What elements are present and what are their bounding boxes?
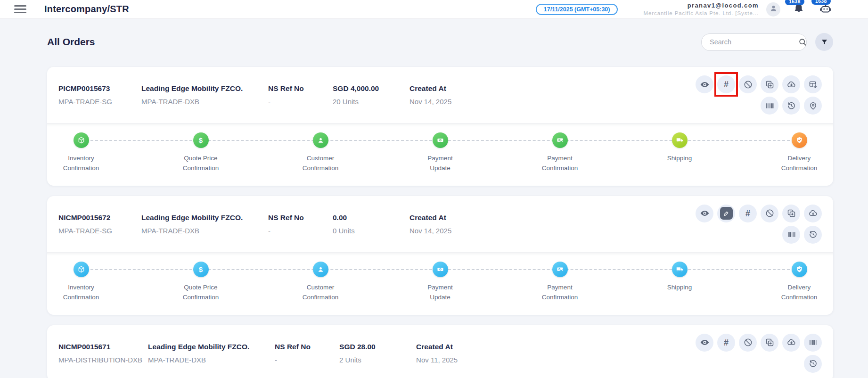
counterparty-column: Leading Edge Mobility FZCO. MPA-TRADE-DX…: [148, 343, 275, 364]
order-card: PICMP0015673 MPA-TRADE-SG Leading Edge M…: [47, 67, 833, 186]
download-button[interactable]: [782, 75, 800, 93]
edit-button[interactable]: [717, 205, 735, 222]
step-customer-confirmation[interactable]: Customer Confirmation: [298, 132, 343, 173]
amount-column: SGD 28.00 2 Units: [339, 343, 416, 364]
destination-entity: MPA-TRADE-DXB: [141, 98, 262, 106]
assistant-button[interactable]: 1638: [819, 2, 832, 17]
search-box[interactable]: [701, 33, 807, 51]
main-content: All Orders PICMP0015673 MPA-TRADE-SG Lea…: [0, 19, 868, 378]
hash-button[interactable]: #: [717, 75, 735, 93]
duplicate-icon: [765, 80, 775, 90]
page-title: Intercompany/STR: [44, 4, 129, 15]
profile-button[interactable]: [766, 2, 780, 16]
step-payment-confirmation[interactable]: Payment Confirmation: [537, 132, 582, 173]
inventory-icon: [74, 262, 89, 277]
notifications-button[interactable]: 1638: [793, 2, 805, 16]
order-number-column: PICMP0015673 MPA-TRADE-SG: [58, 84, 141, 106]
ns-ref-column: NS Ref No -: [268, 214, 333, 235]
shield-check-icon: [792, 262, 807, 277]
step-quote-price-confirmation[interactable]: $ Quote Price Confirmation: [178, 262, 223, 303]
cancel-button[interactable]: [739, 334, 757, 352]
order-actions: #: [696, 205, 822, 244]
created-at-label: Created At: [409, 214, 451, 222]
history-button[interactable]: [804, 226, 822, 244]
ns-ref-label: NS Ref No: [268, 84, 327, 93]
truck-icon: [672, 132, 688, 148]
cloud-download-icon: [808, 208, 818, 218]
step-shipping[interactable]: Shipping: [657, 132, 702, 173]
order-card: NICMP0015672 MPA-TRADE-SG Leading Edge M…: [47, 196, 833, 315]
hash-button[interactable]: #: [717, 334, 735, 352]
edit-icon: [723, 210, 729, 217]
destination-entity: MPA-TRADE-DXB: [148, 356, 269, 364]
view-icon: [700, 208, 710, 218]
ns-ref-value: -: [268, 227, 327, 235]
duplicate-button[interactable]: [782, 205, 800, 222]
date-timezone-pill[interactable]: 17/11/2025 (GMT+05:30): [536, 4, 618, 15]
counterparty-column: Leading Edge Mobility FZCO. MPA-TRADE-DX…: [141, 214, 268, 235]
order-number: NICMP0015672: [58, 214, 136, 222]
location-button[interactable]: [804, 97, 822, 115]
menu-icon[interactable]: [14, 5, 26, 13]
download-button[interactable]: [804, 205, 822, 222]
step-customer-confirmation[interactable]: Customer Confirmation: [298, 262, 343, 303]
download-button[interactable]: [782, 334, 800, 352]
step-delivery-confirmation[interactable]: Delivery Confirmation: [777, 132, 822, 173]
barcode-button[interactable]: [804, 334, 822, 352]
step-payment-update[interactable]: Payment Update: [418, 132, 463, 173]
person-icon: [769, 4, 778, 15]
created-at-label: Created At: [416, 343, 458, 351]
ns-ref-value: -: [275, 356, 334, 364]
order-amount: SGD 28.00: [339, 343, 410, 351]
search-input[interactable]: [710, 38, 798, 46]
filter-button[interactable]: [815, 33, 833, 51]
order-number: NICMP0015671: [58, 343, 142, 351]
duplicate-button[interactable]: [761, 334, 778, 352]
cancel-button[interactable]: [761, 205, 778, 222]
step-quote-price-confirmation[interactable]: $ Quote Price Confirmation: [178, 132, 223, 173]
step-delivery-confirmation[interactable]: Delivery Confirmation: [777, 262, 822, 303]
hash-button[interactable]: #: [739, 205, 757, 222]
order-source: MPA-DISTRIBUTION-DXB: [58, 356, 142, 364]
history-button[interactable]: [804, 355, 822, 373]
step-payment-confirmation[interactable]: Payment Confirmation: [537, 262, 582, 303]
user-company: Mercantile Pacific Asia Pte. Ltd. [Syste…: [643, 10, 759, 17]
history-icon: [786, 101, 796, 111]
barcode-button[interactable]: [761, 97, 778, 115]
avatar: [766, 2, 780, 16]
counterparty-column: Leading Edge Mobility FZCO. MPA-TRADE-DX…: [141, 84, 268, 106]
view-button[interactable]: [696, 205, 713, 222]
view-button[interactable]: [696, 334, 713, 352]
ns-ref-column: NS Ref No -: [275, 343, 339, 364]
order-units: 2 Units: [339, 356, 410, 364]
view-button[interactable]: [696, 75, 713, 93]
table-export-button[interactable]: [804, 75, 822, 93]
filter-icon: [820, 38, 828, 46]
history-button[interactable]: [782, 97, 800, 115]
order-units: 20 Units: [333, 98, 404, 106]
step-inventory-confirmation[interactable]: Inventory Confirmation: [58, 132, 104, 173]
order-status-track: Inventory Confirmation $ Quote Price Con…: [47, 252, 833, 315]
customer-icon: [313, 262, 328, 277]
order-source: MPA-TRADE-SG: [58, 227, 136, 235]
barcode-icon: [786, 230, 796, 239]
cloud-download-icon: [786, 337, 796, 347]
hash-icon: #: [724, 80, 729, 89]
step-shipping[interactable]: Shipping: [657, 262, 702, 303]
barcode-button[interactable]: [782, 226, 800, 244]
order-number-column: NICMP0015671 MPA-DISTRIBUTION-DXB: [58, 343, 148, 364]
duplicate-icon: [786, 208, 796, 218]
view-icon: [700, 80, 710, 90]
search-icon[interactable]: [798, 37, 808, 47]
step-payment-update[interactable]: Payment Update: [418, 262, 463, 303]
created-at-value: Nov 14, 2025: [409, 98, 451, 106]
dollar-icon: $: [193, 262, 209, 277]
counterparty-name: Leading Edge Mobility FZCO.: [148, 343, 269, 351]
cancel-button[interactable]: [739, 75, 757, 93]
duplicate-button[interactable]: [761, 75, 778, 93]
order-number-column: NICMP0015672 MPA-TRADE-SG: [58, 214, 141, 235]
created-column: Created At Nov 14, 2025: [409, 84, 457, 106]
order-actions: #: [696, 75, 822, 115]
payment-icon: [433, 262, 448, 277]
step-inventory-confirmation[interactable]: Inventory Confirmation: [58, 262, 104, 303]
